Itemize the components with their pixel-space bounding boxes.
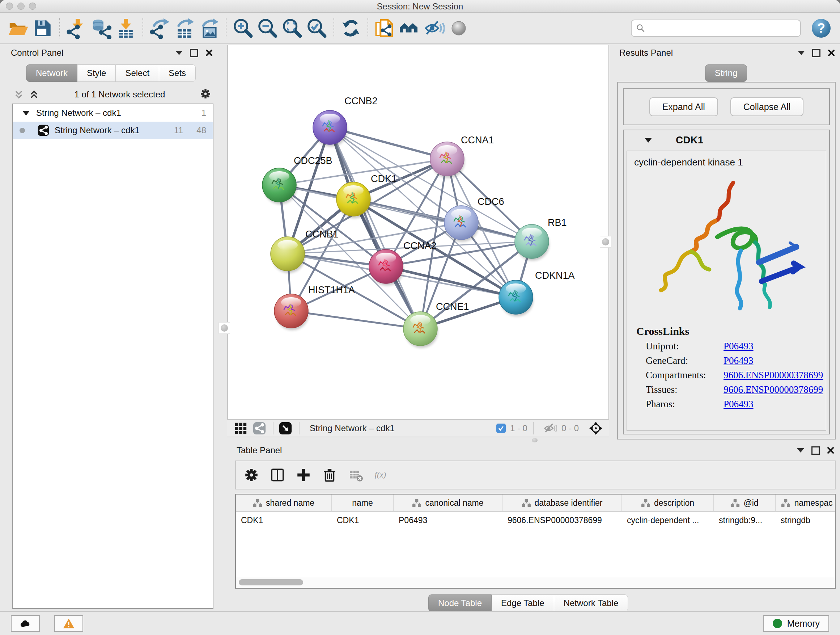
- tab-node-table[interactable]: Node Table: [428, 594, 492, 612]
- grid-mode-icon[interactable]: [234, 421, 248, 435]
- network-options-gear-icon[interactable]: [200, 88, 211, 101]
- tab-select[interactable]: Select: [116, 65, 159, 82]
- crosslink-link[interactable]: 9606.ENSP00000378699: [723, 384, 823, 395]
- selected-counts: 1 - 0: [510, 423, 527, 433]
- node-CCNB1[interactable]: CCNB1: [271, 229, 339, 273]
- node-CDKN1A[interactable]: CDKN1A: [499, 270, 575, 317]
- network-share-icon[interactable]: [253, 421, 266, 435]
- table-settings-gear-icon[interactable]: [244, 467, 259, 483]
- left-splitter-handle[interactable]: [218, 322, 230, 334]
- create-column-icon[interactable]: [296, 467, 311, 483]
- export-network-button[interactable]: [148, 16, 172, 41]
- column-header-namespac[interactable]: namespac: [775, 494, 836, 511]
- scrollbar-thumb[interactable]: [239, 579, 303, 585]
- zoom-selected-button[interactable]: [305, 16, 329, 41]
- node-CDK1[interactable]: CDK1: [336, 173, 397, 218]
- bottom-splitter-handle[interactable]: [532, 438, 538, 442]
- search-box[interactable]: [631, 19, 801, 37]
- detach-view-icon[interactable]: [279, 421, 292, 435]
- table-horizontal-scrollbar[interactable]: [236, 577, 835, 588]
- show-columns-icon[interactable]: [270, 467, 285, 483]
- panel-menu-icon[interactable]: [797, 448, 804, 453]
- string-home-button[interactable]: [397, 16, 422, 41]
- network-selection-status: 1 of 1 Network selected: [43, 89, 196, 100]
- crosslink-link[interactable]: 9606.ENSP00000378699: [723, 370, 823, 381]
- zoom-fit-button[interactable]: [280, 16, 305, 41]
- open-session-button[interactable]: [6, 16, 30, 41]
- node-CCNA1[interactable]: CCNA1: [430, 135, 494, 178]
- crosslink-link[interactable]: P06493: [723, 340, 753, 352]
- close-panel-icon[interactable]: [827, 447, 834, 454]
- table-cell: stringdb: [775, 516, 836, 525]
- zoom-in-button[interactable]: [231, 16, 256, 41]
- network-list-header: 1 of 1 Network selected: [13, 87, 211, 102]
- column-header-name[interactable]: name: [332, 494, 393, 511]
- hide-panels-button[interactable]: [422, 16, 447, 41]
- table-row[interactable]: CDK1CDK1P064939606.ENSP00000378699cyclin…: [236, 512, 835, 529]
- warnings-button[interactable]: [54, 615, 83, 632]
- zoom-out-button[interactable]: [256, 16, 280, 41]
- tab-edge-table[interactable]: Edge Table: [492, 594, 554, 612]
- tab-network[interactable]: Network: [26, 65, 77, 82]
- collection-expander-icon[interactable]: [22, 111, 30, 116]
- collapse-all-icon[interactable]: [13, 89, 25, 100]
- tab-style[interactable]: Style: [77, 65, 116, 82]
- crosslink-link[interactable]: P06493: [723, 399, 753, 410]
- float-panel-icon[interactable]: [812, 447, 820, 455]
- tab-sets[interactable]: Sets: [159, 65, 196, 82]
- network-view-toolbar: String Network – cdk1 1 - 0 0 - 0: [227, 419, 609, 437]
- export-table-button[interactable]: [172, 16, 197, 41]
- expand-all-button[interactable]: Expand All: [649, 97, 718, 116]
- import-network-from-file-button[interactable]: [65, 16, 89, 41]
- inactive-eye-button[interactable]: [447, 16, 471, 41]
- selected-checkbox[interactable]: [496, 424, 506, 433]
- crosslink-link[interactable]: P06493: [723, 355, 753, 366]
- network-list: String Network – cdk1 1 String Network –…: [12, 103, 213, 609]
- column-header-shared-name[interactable]: shared name: [236, 494, 332, 511]
- collapse-all-button[interactable]: Collapse All: [730, 97, 804, 116]
- results-panel-title: Results Panel: [619, 48, 673, 58]
- network-view-title: String Network – cdk1: [309, 423, 395, 433]
- help-button[interactable]: ?: [812, 19, 831, 38]
- panel-menu-icon[interactable]: [798, 51, 805, 55]
- close-panel-icon[interactable]: [828, 49, 835, 57]
- collection-count: 1: [183, 108, 206, 118]
- delete-column-icon[interactable]: [322, 467, 337, 483]
- main-toolbar: ?: [0, 13, 840, 44]
- close-panel-icon[interactable]: [205, 49, 213, 57]
- tab-network-table[interactable]: Network Table: [554, 594, 628, 612]
- memory-button[interactable]: Memory: [763, 615, 829, 632]
- node-CDC25B[interactable]: CDC25B: [262, 155, 332, 204]
- section-expander-icon[interactable]: [645, 138, 652, 143]
- float-panel-icon[interactable]: [190, 49, 198, 57]
- save-session-button[interactable]: [30, 16, 55, 41]
- search-input[interactable]: [648, 23, 796, 34]
- export-image-button[interactable]: [197, 16, 221, 41]
- toolbar-separator: [333, 18, 334, 38]
- apply-layout-button[interactable]: [339, 16, 363, 41]
- node-HIST1H1A[interactable]: HIST1H1A: [274, 285, 355, 330]
- cloud-button[interactable]: [11, 615, 40, 632]
- birdseye-icon[interactable]: [589, 421, 603, 435]
- network-collection-row[interactable]: String Network – cdk1 1: [13, 104, 213, 122]
- node-CCNE1[interactable]: CCNE1: [403, 301, 469, 348]
- right-splitter-handle[interactable]: [600, 236, 611, 248]
- column-header--id[interactable]: @id: [714, 494, 775, 511]
- tab-string[interactable]: String: [705, 65, 747, 82]
- import-table-button[interactable]: [114, 16, 138, 41]
- edge-HIST1H1A-CCNE1[interactable]: [291, 311, 420, 329]
- network-canvas[interactable]: CCNB2CCNA1CDC25BCDK1CDC6RB1CCNB1CCNA2CDK…: [227, 45, 609, 419]
- import-network-from-database-button[interactable]: [89, 16, 114, 41]
- panel-menu-icon[interactable]: [175, 51, 183, 55]
- float-panel-icon[interactable]: [812, 49, 821, 57]
- column-header-database-identifier[interactable]: database identifier: [502, 494, 622, 511]
- expand-all-icon[interactable]: [28, 89, 40, 100]
- column-header-description[interactable]: description: [622, 494, 714, 511]
- table-cell: 9606.ENSP00000378699: [502, 516, 622, 525]
- node-table[interactable]: shared namenamecanonical namedatabase id…: [235, 494, 836, 589]
- node-RB1[interactable]: RB1: [515, 217, 567, 261]
- column-header-canonical-name[interactable]: canonical name: [393, 494, 502, 511]
- session-share-button[interactable]: [373, 16, 397, 41]
- node-CDC6[interactable]: CDC6: [444, 196, 504, 242]
- network-row-selected[interactable]: String Network – cdk1 11 48: [13, 122, 213, 139]
